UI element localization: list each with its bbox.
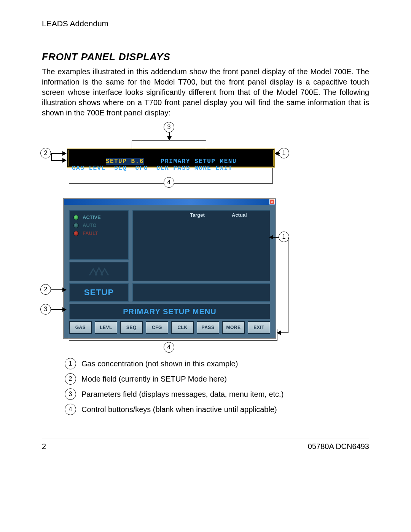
status-panel: ACTIVE AUTO FAULT [69, 210, 129, 260]
callout-3-top: 3 [164, 122, 174, 133]
status-active: ACTIVE [73, 214, 124, 220]
callout-2-touch: 2 [40, 284, 51, 295]
led-teal-icon [73, 223, 79, 228]
legend-num: 1 [65, 358, 76, 369]
touch-t700: × ACTIVE AUTO FAULT [63, 198, 276, 339]
page-footer: 2 05780A DCN6493 [42, 438, 369, 451]
callout-1-lcd: 1 [279, 148, 289, 158]
lcd-line1-right: PRIMARY SETUP MENU [161, 158, 237, 165]
col-target: Target [190, 212, 205, 218]
param-panel: PRIMARY SETUP MENU [69, 304, 270, 319]
touch-titlebar: × [64, 199, 276, 205]
status-fault-label: FAULT [83, 230, 98, 236]
callout-4-lcd: 4 [164, 177, 174, 188]
legend-text: Mode field (currently in SETUP Mode here… [81, 375, 227, 383]
logo-icon [88, 266, 110, 277]
doc-id: 05780A DCN6493 [308, 442, 369, 451]
led-red-icon [73, 231, 79, 236]
mode-value: SETUP [84, 288, 114, 297]
lcd-700e: SETUP B.6 PRIMARY SETUP MENUGAS LEVL SEQ… [67, 149, 275, 168]
legend-row: 4 Control buttons/keys (blank when inact… [65, 404, 284, 415]
logo-box [69, 262, 129, 281]
legend-text: Parameters field (displays messages, dat… [81, 390, 284, 399]
mode-panel: SETUP [69, 283, 129, 302]
legend: 1 Gas concentration (not shown in this e… [65, 354, 284, 419]
page-number: 2 [42, 442, 46, 451]
callout-3-touch: 3 [40, 304, 51, 315]
mode-blank-panel [132, 283, 270, 302]
status-active-label: ACTIVE [83, 214, 101, 220]
legend-num: 4 [65, 404, 76, 415]
legend-text: Gas concentration (not shown in this exa… [81, 359, 238, 368]
led-green-icon [73, 215, 79, 220]
lcd-line1-left: SETUP B.6 [106, 158, 144, 165]
col-actual: Actual [232, 212, 247, 218]
status-auto-label: AUTO [83, 222, 97, 228]
legend-row: 2 Mode field (currently in SETUP Mode he… [65, 373, 284, 385]
legend-row: 3 Parameters field (displays messages, d… [65, 388, 284, 400]
page-header: LEADS Addendum [42, 19, 369, 28]
legend-text: Control buttons/keys (blank when inactiv… [81, 405, 277, 414]
status-fault: FAULT [73, 230, 124, 236]
callout-4-touch: 4 [164, 342, 174, 353]
section-title: FRONT PANEL DISPLAYS [42, 51, 369, 63]
readout-panel: Target Actual [132, 210, 270, 281]
front-panel-diagram: 3 2 1 SETUP B.6 PRIMARY SETUP MENUGAS LE… [40, 122, 284, 419]
intro-paragraph: The examples illustrated in this addendu… [42, 67, 369, 118]
callout-2-lcd: 2 [40, 148, 51, 158]
param-value: PRIMARY SETUP MENU [123, 307, 216, 316]
legend-num: 3 [65, 388, 76, 400]
legend-num: 2 [65, 373, 76, 385]
close-icon[interactable]: × [269, 199, 275, 204]
status-auto: AUTO [73, 222, 124, 228]
legend-row: 1 Gas concentration (not shown in this e… [65, 358, 284, 369]
